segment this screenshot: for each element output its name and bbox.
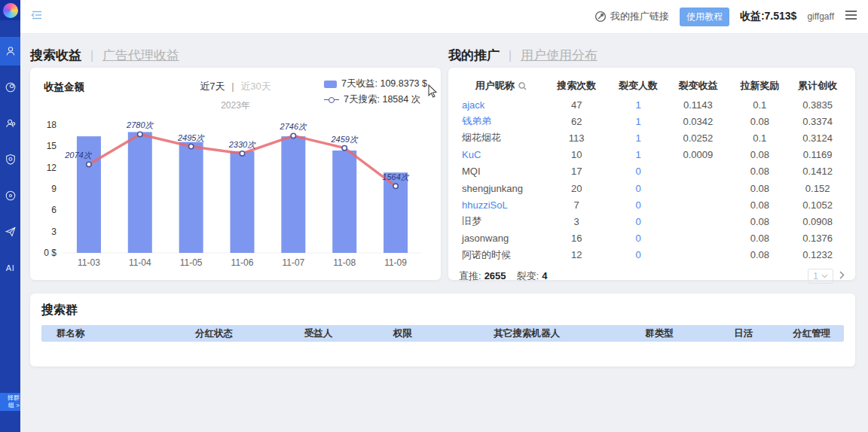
cell-fission-count[interactable]: 1	[610, 99, 668, 111]
sidebar-item-send[interactable]	[0, 218, 20, 246]
hamburger-menu-icon[interactable]	[845, 10, 857, 23]
sidebar-item-user[interactable]	[0, 37, 20, 65]
cell-referral-reward: 0.08	[729, 233, 790, 244]
promotion-table-header: 用户昵称 搜索次数 裂变人数 裂变收益 拉新奖励 累计创收	[459, 75, 845, 96]
sidebar-item-compass[interactable]	[0, 181, 20, 210]
cell-fission-count[interactable]: 0	[610, 249, 668, 260]
svg-text:11-08: 11-08	[333, 257, 356, 268]
fission-value: 4	[542, 270, 547, 281]
cell-fission-count[interactable]: 1	[610, 132, 668, 144]
user-icon	[5, 45, 17, 57]
cell-fission-income: 0.0342	[667, 116, 729, 127]
tab-user-usage-distribution[interactable]: 用户使用分布	[521, 48, 598, 62]
groups-col-7: 分红管理	[780, 327, 844, 340]
ai-icon: AI	[6, 263, 14, 272]
table-row: shengjunkang2000.080.152	[459, 180, 845, 196]
cell-search-count: 47	[544, 99, 610, 111]
tutorial-button[interactable]: 使用教程	[680, 8, 729, 26]
sidebar-item-ai[interactable]: AI	[0, 254, 20, 282]
svg-text:3: 3	[51, 227, 57, 237]
cell-total-income: 0.1052	[790, 199, 845, 211]
chevron-down-icon	[821, 274, 828, 278]
cell-fission-count[interactable]: 1	[610, 149, 668, 160]
revenue-total: 收益:7.513$	[740, 10, 796, 23]
sidebar-item-contacts[interactable]	[0, 109, 20, 138]
cell-referral-reward: 0.08	[729, 249, 790, 260]
cell-total-income: 0.3835	[790, 99, 845, 111]
tab-divider: |	[90, 48, 93, 62]
svg-text:2074次: 2074次	[64, 151, 92, 160]
svg-text:11-04: 11-04	[129, 257, 151, 268]
groups-col-2: 受益人	[274, 327, 362, 340]
col-search-count: 搜索次数	[544, 79, 610, 93]
cell-referral-reward: 0.08	[729, 199, 790, 211]
cell-total-income: 0.1232	[790, 249, 845, 260]
cell-fission-count[interactable]: 0	[610, 199, 668, 211]
cell-search-count: 113	[544, 132, 610, 144]
col-fission-count: 裂变人数	[610, 79, 668, 93]
legend-search-text: 7天搜索: 18584 次	[344, 93, 420, 106]
cell-referral-reward: 0.1	[729, 132, 790, 144]
my-promo-link-label: 我的推广链接	[610, 10, 669, 23]
cell-total-income: 0.152	[790, 183, 845, 194]
direct-referral-value: 2655	[484, 270, 506, 281]
group-select-badge[interactable]: 择群 组 >	[0, 393, 20, 411]
cell-fission-count[interactable]: 0	[610, 233, 668, 244]
next-page-button[interactable]	[839, 270, 845, 281]
right-section-tabs: 我的推广 | 用户使用分布	[448, 47, 598, 64]
search-groups-table-header: 群名称分红状态受益人权限其它搜索机器人群类型日活分红管理	[41, 325, 844, 342]
cell-username: 阿诺的时候	[459, 248, 544, 262]
search-icon[interactable]	[518, 81, 527, 91]
tab-last-30-days[interactable]: 近30天	[240, 81, 270, 92]
cell-search-count: 17	[544, 166, 610, 177]
group-select-badge-line1: 择群	[1, 394, 20, 402]
cell-fission-income: 0.0009	[667, 149, 729, 160]
svg-text:6: 6	[51, 205, 57, 215]
cell-username[interactable]: 钱弟弟	[459, 114, 544, 128]
revenue-chart-card: 收益金额 7天收益: 109.8373 $ 7天搜索: 18584 次 近7天 …	[30, 68, 441, 280]
tab-ad-agency-revenue[interactable]: 广告代理收益	[102, 48, 179, 62]
svg-text:2746次: 2746次	[280, 122, 307, 131]
my-promo-link[interactable]: 我的推广链接	[594, 10, 669, 23]
menu-fold-icon[interactable]	[31, 9, 43, 24]
svg-text:2780次: 2780次	[126, 120, 154, 129]
security-icon	[5, 154, 17, 166]
svg-text:11-09: 11-09	[384, 257, 407, 268]
send-icon	[5, 226, 17, 238]
col-total-income: 累计创收	[790, 79, 845, 93]
app-logo[interactable]	[0, 0, 20, 20]
cell-fission-count[interactable]: 0	[610, 183, 668, 194]
cell-username: shengjunkang	[459, 183, 544, 194]
page-select[interactable]: 1	[808, 269, 833, 284]
tab-last-7-days[interactable]: 近7天	[200, 81, 225, 92]
cell-search-count: 12	[544, 249, 610, 260]
cell-total-income: 0.3124	[790, 132, 845, 144]
groups-col-3: 权限	[362, 327, 443, 340]
cell-referral-reward: 0.08	[729, 116, 790, 127]
cell-fission-income: 0.0252	[667, 132, 729, 144]
cell-fission-count[interactable]: 0	[610, 216, 668, 227]
promotion-table-card: 用户昵称 搜索次数 裂变人数 裂变收益 拉新奖励 累计创收 ajack4710.…	[448, 68, 855, 280]
cell-username[interactable]: ajack	[459, 99, 544, 111]
sidebar-item-globe[interactable]	[0, 73, 20, 102]
group-select-badge-line2: 组 >	[1, 402, 20, 409]
globe-icon	[5, 81, 17, 93]
tab-search-revenue[interactable]: 搜索收益	[30, 48, 81, 62]
cell-referral-reward: 0.08	[729, 183, 790, 194]
sidebar: AI 择群 组 >	[0, 0, 20, 432]
svg-text:15: 15	[47, 141, 57, 151]
revenue-search-combo-chart: 3691215180 $11-0311-0411-0511-0611-0711-…	[36, 117, 433, 272]
groups-col-4: 其它搜索机器人	[442, 327, 611, 340]
cell-fission-income: 0.1143	[667, 99, 729, 111]
table-row: 烟花烟花11310.02520.10.3124	[459, 129, 845, 146]
sidebar-item-security[interactable]	[0, 145, 20, 174]
promotion-table: 用户昵称 搜索次数 裂变人数 裂变收益 拉新奖励 累计创收 ajack4710.…	[459, 75, 845, 263]
cell-username[interactable]: KuC	[459, 149, 544, 160]
tab-my-promotion[interactable]: 我的推广	[448, 48, 500, 62]
cell-fission-count[interactable]: 0	[610, 166, 668, 177]
cell-fission-count[interactable]: 1	[610, 116, 668, 127]
cell-referral-reward: 0.08	[729, 216, 790, 227]
direct-referral-label: 直推:	[459, 269, 481, 283]
cell-username[interactable]: hhuzziSoL	[459, 199, 544, 211]
compass-icon	[5, 190, 17, 202]
